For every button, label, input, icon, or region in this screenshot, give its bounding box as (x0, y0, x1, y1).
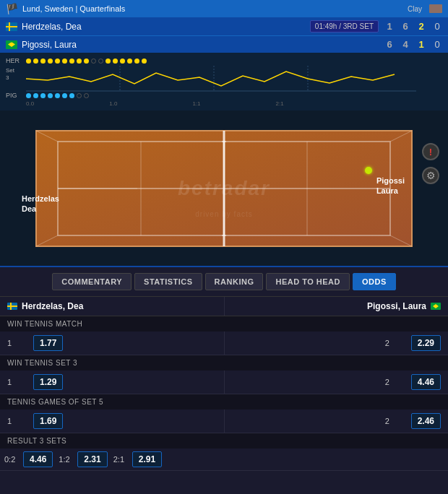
odds-value-2-31[interactable]: 2.31 (77, 451, 107, 467)
dot (98, 58, 103, 64)
her-dots (26, 58, 147, 64)
dot (77, 93, 82, 98)
odds-value-2-91[interactable]: 2.91 (132, 451, 162, 467)
court-svg (14, 116, 434, 261)
odds-label-2c: 2 (385, 417, 400, 425)
dot (48, 58, 53, 64)
player1-score-row: Herdzelas, Dea 01:49h / 3RD SET 1 6 2 0 (0, 17, 448, 36)
odds-group-title-win-set3: WIN TENNIS SET 3 (0, 355, 448, 370)
dot (48, 93, 53, 98)
player1-header-name: Herdzelas, Dea (22, 301, 83, 311)
odds-group-result-3sets: RESULT 3 SETS 0:2 4.46 1:2 2.31 2:1 2.91 (0, 433, 448, 471)
dot (33, 93, 38, 98)
dot (55, 58, 60, 64)
result-02: 0:2 4.46 (4, 451, 53, 467)
odds-section: Herdzelas, Dea Pigossi, Laura WIN TENNIS… (0, 297, 448, 471)
odds-cell-left-win-match: 1 1.77 (0, 332, 224, 355)
player1-set2: 6 (400, 21, 410, 32)
dot (84, 93, 89, 98)
dot (91, 58, 96, 64)
odds-label-2: 2 (385, 339, 400, 347)
axis-tick-1: 1.0 (109, 100, 192, 107)
pig-dots (26, 93, 89, 98)
dot (69, 93, 74, 98)
player2-game-score: 0 (432, 39, 442, 50)
player2-header: Pigossi, Laura (225, 297, 449, 316)
dot (40, 58, 46, 64)
players-header: Herdzelas, Dea Pigossi, Laura (0, 297, 448, 316)
odds-label-1b: 1 (7, 378, 22, 386)
tab-ranking[interactable]: RANKING (205, 273, 264, 290)
player1-flag-icon (6, 22, 17, 31)
player1-header-flag (7, 303, 17, 310)
player2-score-row: Pigossi, Laura 6 4 1 0 (0, 36, 448, 53)
player2-name: Pigossi, Laura (22, 40, 384, 50)
tennis-court: betradar driven by facts HerdzelasDea Pi… (0, 110, 448, 266)
axis-tick-0: 0.0 (26, 100, 109, 107)
dot (120, 58, 125, 64)
dot (33, 58, 38, 64)
player1-set3: 2 (416, 21, 426, 32)
dot (134, 58, 139, 64)
her-chart-row: HER (6, 57, 442, 64)
player2-court-label: PigossiLaura (376, 176, 405, 196)
odds-row-win-set3: 1 1.29 2 4.46 (0, 370, 448, 394)
alert-icon[interactable]: ! (422, 143, 439, 160)
dot (127, 58, 132, 64)
axis-tick-2: 1:1 (192, 100, 275, 107)
tabs-bar: COMMENTARY STATISTICS RANKING HEAD TO HE… (0, 266, 448, 297)
settings-icon[interactable]: ⚙ (422, 167, 439, 184)
odds-value-1-77[interactable]: 1.77 (33, 335, 63, 351)
odds-label-1: 1 (7, 339, 22, 347)
dot (84, 58, 89, 64)
tab-statistics[interactable]: STATISTICS (134, 273, 202, 290)
odds-label-2b: 2 (385, 378, 400, 386)
player2-set1: 6 (384, 39, 395, 50)
odds-cell-right-win-match: 2 2.29 (225, 332, 449, 355)
odds-group-games-set5: TENNIS GAMES OF SET 5 1 1.69 2 2.46 (0, 394, 448, 433)
odds-value-1-29[interactable]: 1.29 (33, 374, 63, 390)
dot (105, 58, 111, 64)
odds-label-1c: 1 (7, 417, 22, 425)
surface-label: Clay (408, 5, 422, 13)
odds-value-4-46b[interactable]: 4.46 (23, 451, 53, 467)
dot (62, 58, 67, 64)
dot (26, 58, 31, 64)
dot (62, 93, 67, 98)
match-location: Lund, Sweden | Quarterfinals (22, 4, 125, 13)
odds-row-result-3sets: 0:2 4.46 1:2 2.31 2:1 2.91 (0, 448, 448, 470)
result-12: 1:2 2.31 (59, 451, 107, 467)
player2-set3: 1 (416, 39, 426, 50)
tab-odds[interactable]: ODDS (353, 273, 396, 290)
player2-flag-icon (6, 40, 17, 49)
tab-commentary[interactable]: COMMENTARY (52, 273, 132, 290)
tab-head-to-head[interactable]: HEAD TO HEAD (266, 273, 350, 290)
odds-value-2-29[interactable]: 2.29 (411, 335, 441, 351)
player1-header: Herdzelas, Dea (0, 297, 224, 316)
player1-set1: 1 (384, 21, 395, 32)
player2-scores: 6 4 1 (384, 39, 426, 50)
dot (26, 93, 31, 98)
odds-row-win-match: 1 1.77 2 2.29 (0, 332, 448, 355)
odds-group-title-result-3sets: RESULT 3 SETS (0, 433, 448, 448)
player2-header-name: Pigossi, Laura (367, 301, 426, 311)
scoreboard: Herdzelas, Dea 01:49h / 3RD SET 1 6 2 0 … (0, 17, 448, 53)
player2-header-flag (431, 303, 441, 310)
player1-scores: 1 6 2 (384, 21, 426, 32)
odds-value-2-46[interactable]: 2.46 (411, 413, 441, 429)
odds-value-1-69[interactable]: 1.69 (33, 413, 63, 429)
dot (142, 58, 147, 64)
odds-row-games-set5: 1 1.69 2 2.46 (0, 410, 448, 433)
her-label: HER (6, 57, 26, 64)
match-time-badge: 01:49h / 3RD SET (310, 20, 379, 32)
dot (55, 93, 60, 98)
tennis-ball-icon (365, 167, 372, 174)
result-label-21: 2:1 (113, 455, 128, 464)
result-21: 2:1 2.91 (113, 451, 162, 467)
odds-cell-right-games-set5: 2 2.46 (225, 410, 449, 433)
dot (69, 58, 74, 64)
odds-value-4-46[interactable]: 4.46 (411, 374, 441, 390)
axis-tick-3: 2:1 (276, 100, 359, 107)
match-header: 🏴 Lund, Sweden | Quarterfinals Clay (0, 0, 448, 17)
surface-icon (429, 4, 442, 13)
